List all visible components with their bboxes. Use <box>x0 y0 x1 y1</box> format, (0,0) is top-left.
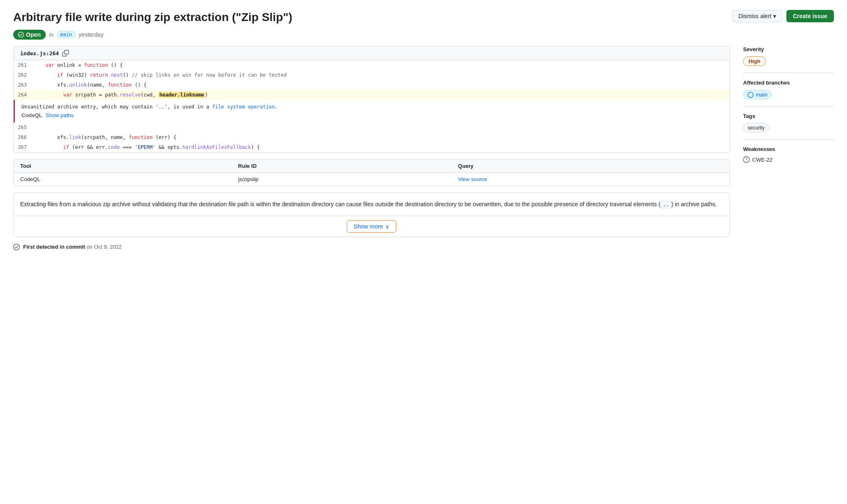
alert-footer: CodeQL Show paths <box>21 112 723 118</box>
code-header: index.js:264 <box>14 47 729 60</box>
affected-branch: main <box>743 90 772 99</box>
col-rule-id: Rule ID <box>232 160 452 173</box>
branch-name: main <box>756 92 767 98</box>
code-line-263: 263 xfs.unlink(name, function () { <box>14 80 729 90</box>
tool-table: Tool Rule ID Query CodeQL js/zipslip Vie… <box>14 160 729 186</box>
warning-icon <box>743 156 750 163</box>
alert-text: Unsanitized archive entry, which may con… <box>21 104 723 110</box>
codeql-label: CodeQL <box>21 112 42 118</box>
sidebar: Severity High Affected branches main Tag… <box>743 46 834 176</box>
branch-badge: main <box>57 31 75 38</box>
chevron-down-icon: ▾ <box>773 13 776 19</box>
weakness-value: CWE-22 <box>752 157 772 163</box>
code-line-266: 266 xfs.link(srcpath, name, function (er… <box>14 132 729 142</box>
file-name: index.js:264 <box>20 50 59 57</box>
code-line-264: 264 var srcpath = path.resolve(cwd, head… <box>14 90 729 100</box>
col-tool: Tool <box>14 160 232 173</box>
first-detected-text: First detected in commit on Oct 9, 2022 <box>23 244 122 250</box>
first-detected: First detected in commit on Oct 9, 2022 <box>13 244 730 250</box>
in-text: in <box>49 31 54 38</box>
alert-section: Unsanitized archive entry, which may con… <box>14 100 729 122</box>
sidebar-weaknesses-section: Weaknesses CWE-22 <box>743 146 834 170</box>
branches-label: Affected branches <box>743 80 834 86</box>
show-more-label: Show more <box>354 223 383 230</box>
sidebar-branches-section: Affected branches main <box>743 80 834 106</box>
tags-label: Tags <box>743 113 834 119</box>
show-more-button[interactable]: Show more ∨ <box>347 220 397 233</box>
code-line-261: 261 var onlink = function () { <box>14 60 729 70</box>
weaknesses-label: Weaknesses <box>743 146 834 152</box>
view-source[interactable]: View source <box>452 173 729 186</box>
first-detected-date: on Oct 9, 2022 <box>87 244 122 250</box>
time-text: yesterday <box>79 31 104 38</box>
dismiss-alert-button[interactable]: Dismiss alert ▾ <box>732 10 782 22</box>
tag-value: security <box>743 123 769 132</box>
col-query: Query <box>452 160 729 173</box>
code-card: index.js:264 261 var onlink = function (… <box>13 46 730 153</box>
shield-branch-icon <box>748 92 753 98</box>
weakness-item: CWE-22 <box>743 156 834 163</box>
shield-icon <box>18 32 24 38</box>
severity-value: High <box>743 57 766 66</box>
severity-label: Severity <box>743 46 834 52</box>
tool-name: CodeQL <box>14 173 232 186</box>
rule-id: js/zipslip <box>232 173 452 186</box>
show-paths-link[interactable]: Show paths <box>46 112 74 118</box>
page-title: Arbitrary file write during zip extracti… <box>13 10 722 25</box>
sidebar-tags-section: Tags security <box>743 113 834 139</box>
tool-card: Tool Rule ID Query CodeQL js/zipslip Vie… <box>13 159 730 186</box>
description-content: Extracting files from a malicious zip ar… <box>14 193 729 215</box>
create-issue-button[interactable]: Create issue <box>786 10 834 22</box>
code-line-267: 267 if (err && err.code === 'EPERM' && o… <box>14 142 729 152</box>
chevron-down-icon: ∨ <box>385 223 389 230</box>
sidebar-severity-section: Severity High <box>743 46 834 73</box>
show-more-section: Show more ∨ <box>14 216 729 237</box>
status-text: Open <box>26 31 41 38</box>
code-line-265: 265 <box>14 122 729 132</box>
shield-icon-sm <box>13 244 20 250</box>
status-badge: Open <box>13 30 46 40</box>
code-body: 261 var onlink = function () { 262 if (w… <box>14 60 729 152</box>
code-line-262: 262 if (win32) return next() // skip lin… <box>14 70 729 80</box>
copy-icon[interactable] <box>62 50 69 57</box>
table-row: CodeQL js/zipslip View source <box>14 173 729 186</box>
description-card: Extracting files from a malicious zip ar… <box>13 193 730 237</box>
